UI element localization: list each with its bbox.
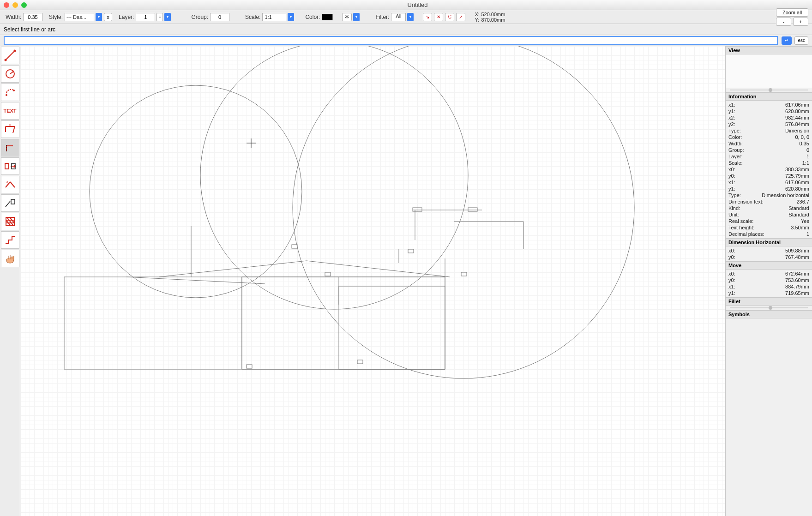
- minimize-window-button[interactable]: [12, 2, 18, 8]
- svg-rect-29: [357, 360, 363, 364]
- snap-endpoint-button[interactable]: ↘: [423, 13, 432, 21]
- esc-key-button[interactable]: esc: [794, 36, 808, 45]
- drawing-canvas[interactable]: [20, 46, 725, 516]
- width-input[interactable]: [23, 13, 42, 21]
- command-input[interactable]: [4, 36, 778, 45]
- layer-label: Layer:: [119, 14, 134, 20]
- view-slider[interactable]: [726, 88, 812, 92]
- property-key: y0:: [728, 277, 735, 283]
- property-key: Color:: [728, 134, 742, 140]
- property-value: 1: [806, 231, 809, 237]
- snap-center-button[interactable]: C: [445, 13, 454, 21]
- information-section-header[interactable]: Information: [726, 92, 812, 101]
- property-key: Unit:: [728, 212, 739, 217]
- move-section-body: x0:672.64mmy0:753.60mmx1:884.79mmy1:719.…: [726, 270, 812, 297]
- property-row: x1:617.06mm: [726, 179, 812, 186]
- svg-rect-24: [292, 245, 297, 248]
- property-row: x0:380.33mm: [726, 166, 812, 173]
- pan-tool[interactable]: [1, 250, 19, 267]
- property-row: Width:0.35: [726, 140, 812, 147]
- svg-rect-33: [468, 208, 477, 211]
- color-swatch[interactable]: [322, 14, 333, 20]
- snap-cancel-button[interactable]: ✕: [434, 13, 443, 21]
- dimension-horizontal-section-header[interactable]: Dimension Horizontal: [726, 238, 812, 246]
- close-window-button[interactable]: [4, 2, 9, 8]
- property-value: 0: [806, 147, 809, 153]
- enter-key-button[interactable]: ↵: [782, 36, 792, 45]
- coord-x-label: X:: [475, 12, 481, 17]
- filter-select[interactable]: All: [391, 13, 406, 21]
- property-value: 1:1: [802, 160, 809, 166]
- property-value: Standard: [788, 212, 809, 217]
- line-tool[interactable]: [1, 47, 19, 64]
- svg-line-22: [126, 277, 265, 284]
- zoom-in-button[interactable]: +: [793, 18, 808, 26]
- hatch-tool[interactable]: [1, 213, 19, 230]
- svg-point-17: [293, 46, 634, 378]
- property-key: x0:: [728, 248, 735, 253]
- property-key: y1:: [728, 290, 735, 296]
- svg-point-2: [13, 50, 16, 52]
- scale-input[interactable]: [262, 13, 286, 21]
- group-input[interactable]: [210, 13, 229, 21]
- style-select[interactable]: --- Das...: [65, 13, 94, 21]
- svg-point-5: [12, 71, 14, 72]
- property-value: 0, 0, 0: [795, 134, 809, 140]
- fillet-tool[interactable]: [1, 139, 19, 156]
- property-key: x1:: [728, 284, 735, 289]
- style-dropdown-arrow[interactable]: ▾: [96, 13, 102, 21]
- property-value: 767.48mm: [785, 254, 809, 260]
- svg-rect-25: [325, 272, 331, 276]
- text-tool[interactable]: TEXT: [1, 102, 19, 120]
- circle-tool[interactable]: [1, 65, 19, 83]
- property-key: Text height:: [728, 225, 754, 230]
- trim-tool[interactable]: x: [1, 176, 19, 193]
- svg-point-7: [13, 90, 15, 91]
- zoom-out-button[interactable]: -: [776, 18, 791, 26]
- property-row: Decimal places:1: [726, 231, 812, 237]
- layer-input[interactable]: [136, 13, 155, 21]
- svg-text:x: x: [9, 123, 11, 126]
- property-key: x2:: [728, 115, 735, 120]
- clear-style-button[interactable]: x: [104, 13, 112, 21]
- settings-gear-button[interactable]: ✲: [342, 13, 352, 21]
- polyline-tool[interactable]: [1, 231, 19, 249]
- scale-dropdown-arrow[interactable]: ▾: [288, 13, 294, 21]
- property-value: 725.79mm: [785, 173, 809, 179]
- erase-tool[interactable]: [1, 194, 19, 212]
- mirror-tool[interactable]: [1, 157, 19, 175]
- property-key: Group:: [728, 147, 744, 153]
- move-section-header[interactable]: Move: [726, 261, 812, 270]
- property-row: Scale:1:1: [726, 160, 812, 166]
- svg-rect-27: [461, 272, 467, 276]
- snap-tangent-button[interactable]: ↗: [456, 13, 465, 21]
- property-key: Dimension text:: [728, 199, 764, 204]
- property-value: 753.60mm: [785, 277, 809, 283]
- settings-dropdown-arrow[interactable]: ▾: [353, 13, 360, 21]
- property-key: Real scale:: [728, 218, 753, 224]
- enter-icon: ↵: [785, 38, 788, 43]
- property-row: x0:509.88mm: [726, 247, 812, 254]
- property-row: y2:576.84mm: [726, 121, 812, 127]
- symbols-section-header[interactable]: Symbols: [726, 310, 812, 318]
- svg-point-16: [200, 46, 468, 309]
- dimension-tool[interactable]: x: [1, 120, 19, 138]
- property-key: y2:: [728, 121, 735, 127]
- property-key: x0:: [728, 271, 735, 276]
- property-row: y1:620.80mm: [726, 108, 812, 114]
- fillet-slider[interactable]: [726, 306, 812, 310]
- fillet-section-header[interactable]: Fillet: [726, 297, 812, 306]
- arc-tool[interactable]: [1, 84, 19, 101]
- filter-dropdown-arrow[interactable]: ▾: [407, 13, 414, 21]
- property-row: Type:Dimension: [726, 127, 812, 134]
- layer-list-icon[interactable]: ≡: [156, 13, 163, 21]
- property-value: 1: [806, 154, 809, 159]
- view-section-header[interactable]: View: [726, 46, 812, 54]
- layer-dropdown-arrow[interactable]: ▾: [164, 13, 171, 21]
- color-label: Color:: [305, 14, 320, 20]
- property-value: 236.7: [796, 199, 809, 204]
- fullscreen-window-button[interactable]: [21, 2, 27, 8]
- property-row: x0:672.64mm: [726, 270, 812, 277]
- zoom-all-button[interactable]: Zoom all: [776, 8, 808, 17]
- information-section-body: x1:617.06mmy1:620.80mmx2:982.44mmy2:576.…: [726, 101, 812, 238]
